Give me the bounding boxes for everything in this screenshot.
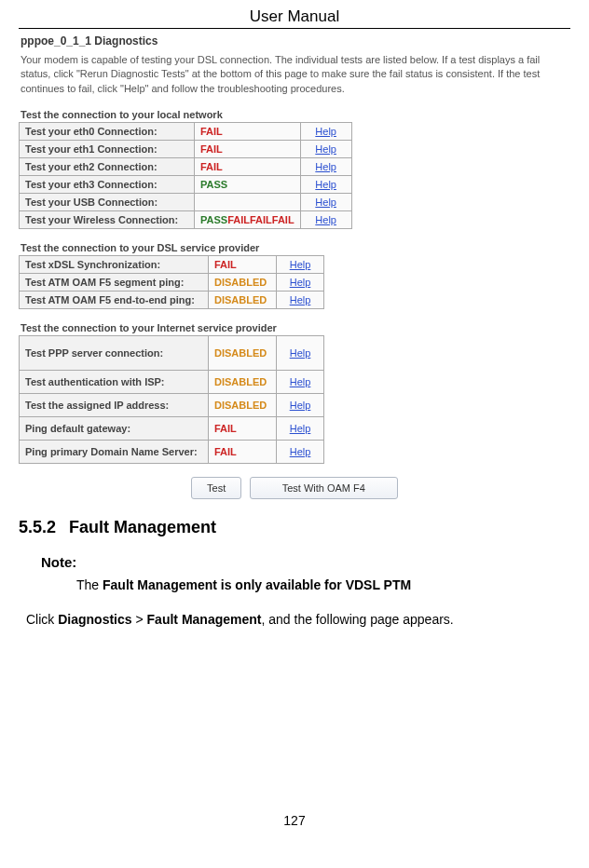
test-name: Test authentication with ISP: [20,371,209,394]
help-cell: Help [300,194,351,211]
test-status: PASSFAILFAILFAIL [195,211,301,229]
section-label-isp: Test the connection to your Internet ser… [21,322,570,333]
help-link[interactable]: Help [282,400,318,411]
click-instruction: Click Diagnostics > Fault Management, an… [26,612,570,627]
test-name: Test PPP server connection: [20,336,209,371]
table-row: Ping primary Domain Name Server: FAIL He… [20,441,324,464]
table-row: Test your eth3 Connection: PASS Help [20,176,352,194]
section-label-dsl: Test the connection to your DSL service … [21,242,570,253]
help-link[interactable]: Help [282,376,318,387]
test-name: Test your eth0 Connection: [20,123,195,141]
help-link[interactable]: Help [282,259,318,270]
help-cell: Help [300,211,351,229]
test-status: FAIL [195,158,301,176]
test-name: Ping default gateway: [20,417,209,441]
test-name: Ping primary Domain Name Server: [20,441,209,464]
diagnostics-intro: Your modem is capable of testing your DS… [21,53,570,96]
diagnostics-title: pppoe_0_1_1 Diagnostics [21,34,570,47]
button-row: Test Test With OAM F4 [19,477,570,499]
help-cell: Help [277,394,324,417]
section-title: Fault Management [69,518,216,536]
test-name: Test your eth3 Connection: [20,176,195,194]
test-status: DISABLED [209,336,277,371]
help-link[interactable]: Help [282,294,318,305]
test-status: DISABLED [209,292,277,309]
test-status: FAIL [195,123,301,141]
table-row: Test ATM OAM F5 end-to-end ping: DISABLE… [20,292,324,309]
test-status: PASS [195,176,301,194]
note-label: Note: [41,554,570,570]
note-text: The Fault Management is only available f… [76,576,570,595]
test-status: FAIL [209,256,277,274]
test-button[interactable]: Test [191,477,241,499]
test-name: Test ATM OAM F5 end-to-end ping: [20,292,209,309]
test-status: DISABLED [209,394,277,417]
help-link[interactable]: Help [282,446,318,457]
help-link[interactable]: Help [307,143,346,155]
table-isp: Test PPP server connection: DISABLED Hel… [19,335,324,464]
page-header: User Manual [19,7,570,29]
help-link[interactable]: Help [307,161,346,172]
help-cell: Help [277,336,324,371]
table-local: Test your eth0 Connection: FAIL Help Tes… [19,122,352,229]
test-status: FAIL [209,417,277,441]
table-row: Test xDSL Synchronization: FAIL Help [20,256,324,274]
test-status: DISABLED [209,371,277,394]
table-row: Test your eth1 Connection: FAIL Help [20,141,352,158]
test-status: FAIL [209,441,277,464]
test-name: Test your eth2 Connection: [20,158,195,176]
help-link[interactable]: Help [282,423,318,434]
section-number: 5.5.2 [19,518,56,537]
help-cell: Help [300,141,351,158]
help-cell: Help [277,274,324,292]
section-heading: 5.5.2Fault Management [19,518,570,537]
table-row: Test ATM OAM F5 segment ping: DISABLED H… [20,274,324,292]
help-cell: Help [277,371,324,394]
help-link[interactable]: Help [307,179,346,190]
page-number: 127 [19,813,570,828]
help-cell: Help [277,256,324,274]
help-link[interactable]: Help [307,126,346,137]
table-dsl: Test xDSL Synchronization: FAIL Help Tes… [19,255,324,309]
table-row: Test the assigned IP address: DISABLED H… [20,394,324,417]
help-link[interactable]: Help [282,347,318,359]
test-name: Test ATM OAM F5 segment ping: [20,274,209,292]
help-cell: Help [277,417,324,441]
table-row: Test your eth0 Connection: FAIL Help [20,123,352,141]
wireless-mixed-status: PASSFAILFAILFAIL [200,214,294,225]
help-cell: Help [277,441,324,464]
section-label-local: Test the connection to your local networ… [21,109,570,120]
help-cell: Help [300,176,351,194]
help-cell: Help [277,292,324,309]
test-name: Test the assigned IP address: [20,394,209,417]
help-cell: Help [300,123,351,141]
test-name: Test your Wireless Connection: [20,211,195,229]
test-name: Test your USB Connection: [20,194,195,211]
table-row: Test authentication with ISP: DISABLED H… [20,371,324,394]
help-cell: Help [300,158,351,176]
help-link[interactable]: Help [307,214,346,225]
test-name: Test your eth1 Connection: [20,141,195,158]
test-status: FAIL [195,141,301,158]
table-row: Test your Wireless Connection: PASSFAILF… [20,211,352,229]
table-row: Test PPP server connection: DISABLED Hel… [20,336,324,371]
table-row: Test your USB Connection: Help [20,194,352,211]
test-status [195,194,301,211]
table-row: Test your eth2 Connection: FAIL Help [20,158,352,176]
test-status: DISABLED [209,274,277,292]
test-name: Test xDSL Synchronization: [20,256,209,274]
table-row: Ping default gateway: FAIL Help [20,417,324,441]
help-link[interactable]: Help [282,277,318,288]
test-oam-button[interactable]: Test With OAM F4 [250,477,398,499]
help-link[interactable]: Help [307,197,346,208]
